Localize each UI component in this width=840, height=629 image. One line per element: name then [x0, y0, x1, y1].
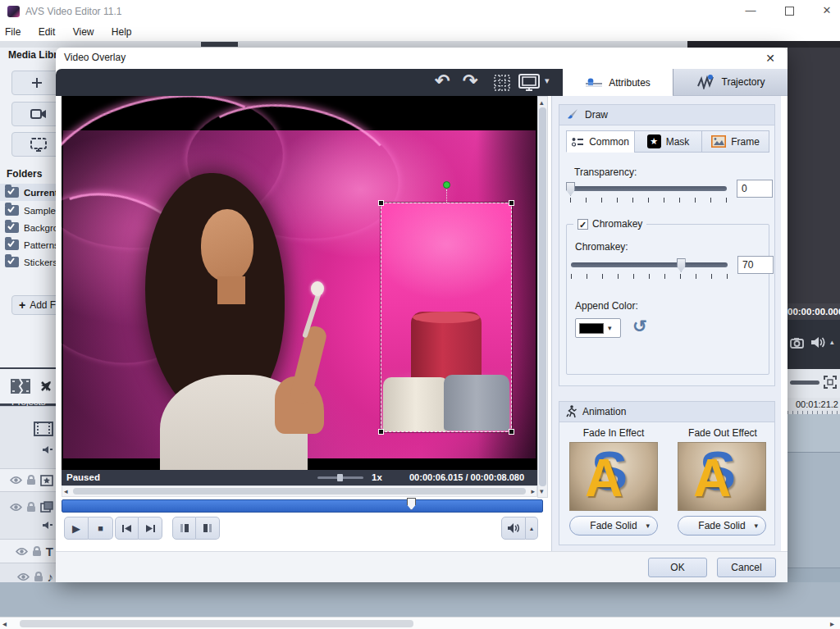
stop-button[interactable]: ■ — [89, 517, 113, 540]
menu-file[interactable]: File — [0, 23, 28, 38]
scroll-right-icon[interactable]: ▸ — [531, 486, 535, 496]
grid-icon[interactable] — [494, 75, 510, 91]
reset-color-icon[interactable]: ↺ — [632, 317, 647, 336]
lock-icon[interactable] — [26, 502, 36, 513]
chromakey-value[interactable]: 70 — [737, 256, 774, 274]
track-header-video-effects[interactable] — [0, 468, 56, 491]
track-header-text[interactable]: T — [0, 539, 56, 563]
chromakey-slider-ticks — [571, 274, 728, 279]
monitor-icon[interactable] — [518, 74, 540, 92]
monitor-dropdown-icon[interactable]: ▾ — [545, 75, 550, 86]
transparency-slider-ticks — [570, 198, 728, 203]
scroll-right-icon[interactable]: ▸ — [830, 619, 834, 629]
scroll-up-icon[interactable]: ▴ — [540, 98, 544, 107]
dialog-title: Video Overlay — [64, 52, 126, 63]
dialog-close-icon[interactable]: ✕ — [763, 51, 778, 66]
menu-edit[interactable]: Edit — [31, 23, 63, 38]
playback-time: 00:00:06.015 / 00:00:08.080 — [409, 472, 524, 482]
scroll-left-icon[interactable]: ◂ — [2, 619, 7, 629]
lock-icon[interactable] — [34, 572, 43, 582]
text-track-icon: T — [46, 545, 53, 558]
volume-expand-button[interactable]: ▴ — [526, 517, 538, 540]
chromakey-checkbox[interactable]: ✓ — [578, 219, 588, 230]
dialog-toolbar: ↶ ↷ ▾ — [56, 69, 563, 96]
split-scene-icon[interactable] — [10, 378, 31, 394]
previous-frame-button[interactable] — [115, 517, 139, 540]
volume-icon[interactable] — [810, 335, 827, 349]
transparency-slider-handle[interactable] — [566, 182, 575, 196]
frame-icon — [711, 135, 726, 148]
preview-vertical-scrollbar[interactable]: ▴ ▾ — [537, 96, 548, 498]
lock-icon[interactable] — [32, 546, 42, 557]
resize-handle-ne[interactable] — [509, 200, 514, 206]
tab-frame[interactable]: Frame — [701, 130, 769, 153]
next-frame-button[interactable] — [139, 517, 162, 540]
maximize-button[interactable] — [785, 7, 794, 16]
overlay-clip-selection[interactable] — [381, 203, 512, 432]
chromakey-slider-handle[interactable] — [677, 258, 686, 272]
x-tool-icon[interactable] — [39, 380, 52, 393]
speaker-icon — [42, 445, 53, 454]
close-button[interactable]: ✕ — [821, 5, 833, 16]
eye-icon[interactable] — [10, 476, 22, 485]
transparency-value[interactable]: 0 — [737, 180, 773, 198]
toolbar-strip-indicator — [201, 42, 238, 47]
fit-timeline-icon[interactable] — [824, 376, 837, 389]
chromakey-slider[interactable] — [571, 262, 728, 267]
tab-trajectory[interactable]: Trajectory — [673, 69, 788, 96]
timeline-toolbar — [0, 369, 56, 403]
playback-speed: 1x — [372, 472, 382, 482]
eye-icon[interactable] — [16, 547, 28, 556]
scrollbar-thumb[interactable] — [73, 488, 526, 495]
seek-bar[interactable] — [62, 499, 543, 513]
snapshot-camera-icon[interactable] — [790, 337, 804, 349]
track-header-video[interactable] — [0, 406, 56, 468]
playback-status: Paused — [66, 472, 100, 482]
cancel-button[interactable]: Cancel — [717, 558, 776, 577]
tab-mask[interactable]: ★ Mask — [634, 130, 702, 153]
tab-attributes[interactable]: Attributes — [563, 69, 673, 96]
eye-icon[interactable] — [17, 572, 30, 581]
tab-common[interactable]: Common — [566, 130, 635, 153]
menu-help[interactable]: Help — [104, 23, 139, 38]
dialog-title-bar[interactable]: Video Overlay ✕ — [56, 48, 788, 69]
eye-icon[interactable] — [10, 503, 22, 512]
mask-icon: ★ — [647, 134, 661, 148]
ok-button[interactable]: OK — [648, 558, 707, 577]
attributes-panel: Draw Common ★ Mask Frame Transparency: — [551, 96, 781, 551]
redo-icon[interactable]: ↷ — [463, 71, 477, 92]
resize-handle-nw[interactable] — [378, 200, 384, 206]
fade-out-effect-value: Fade Solid — [698, 520, 745, 531]
timeline-tracks-bottom — [0, 582, 840, 617]
fade-out-preview: S A — [678, 442, 766, 511]
speed-slider-handle[interactable] — [337, 474, 343, 481]
volume-button[interactable] — [501, 517, 526, 540]
scroll-down-icon[interactable]: ▾ — [540, 486, 544, 496]
rotation-handle[interactable] — [443, 181, 450, 189]
attributes-icon — [585, 78, 603, 88]
append-color-swatch — [579, 323, 604, 334]
split-left-button[interactable] — [172, 517, 196, 540]
fade-out-effect-dropdown[interactable]: Fade Solid ▾ — [678, 516, 766, 536]
resize-handle-sw[interactable] — [378, 429, 384, 435]
play-button[interactable]: ▶ — [64, 517, 89, 540]
volume-expand-icon[interactable]: ▴ — [830, 338, 834, 346]
app-title: AVS Video Editor 11.1 — [25, 6, 121, 17]
track-header-overlay[interactable] — [0, 491, 56, 539]
overlay-preview[interactable]: Paused 1x 00:00:06.015 / 00:00:08.080 — [62, 96, 537, 485]
horizontal-scrollbar-main[interactable]: ◂ ▸ — [0, 617, 840, 629]
minimize-button[interactable]: — — [745, 5, 756, 16]
lock-icon[interactable] — [26, 475, 36, 485]
transparency-slider[interactable] — [570, 186, 727, 191]
scrollbar-thumb[interactable] — [539, 107, 546, 486]
resize-handle-se[interactable] — [509, 429, 514, 435]
preview-horizontal-scrollbar[interactable]: ◂ ▸ — [62, 485, 537, 497]
undo-icon[interactable]: ↶ — [435, 71, 450, 92]
split-right-button[interactable] — [196, 517, 220, 540]
scroll-left-icon[interactable]: ◂ — [64, 486, 68, 496]
menu-view[interactable]: View — [66, 23, 102, 38]
append-color-dropdown[interactable]: ▾ — [575, 318, 621, 338]
timeline-zoom-slider[interactable] — [790, 381, 819, 385]
fade-in-effect-dropdown[interactable]: Fade Solid ▾ — [569, 516, 658, 536]
scrollbar-thumb[interactable] — [20, 620, 413, 627]
